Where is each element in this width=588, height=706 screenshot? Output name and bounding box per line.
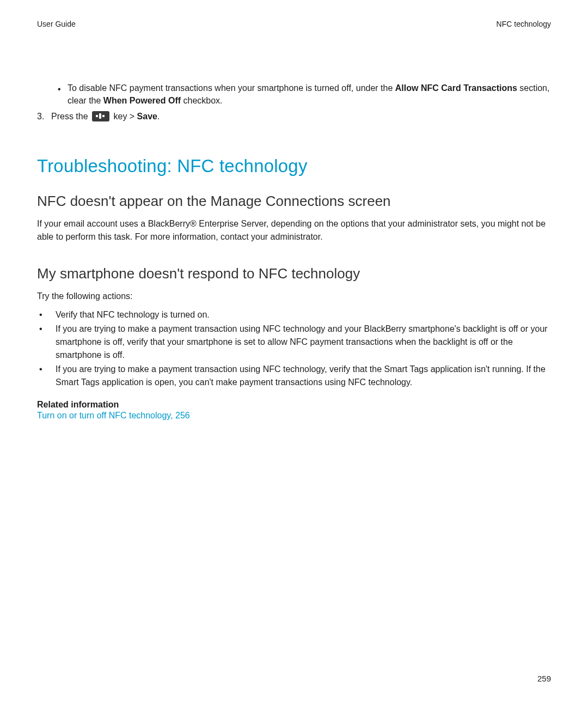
- actions-list: • Verify that NFC technology is turned o…: [37, 308, 551, 389]
- text-fragment: .: [157, 112, 160, 121]
- list-item: • Verify that NFC technology is turned o…: [37, 308, 551, 321]
- related-link-nfc[interactable]: Turn on or turn off NFC technology, 256: [37, 411, 551, 421]
- header-right: NFC technology: [497, 20, 551, 28]
- bullet-marker: •: [37, 363, 56, 389]
- heading-no-response: My smartphone doesn't respond to NFC tec…: [37, 265, 551, 282]
- heading-nfc-missing: NFC doesn't appear on the Manage Connect…: [37, 193, 551, 210]
- document-page: User Guide NFC technology • To disable N…: [0, 0, 588, 706]
- paragraph-try-actions: Try the following actions:: [37, 290, 551, 303]
- paragraph-nfc-missing: If your email account uses a BlackBerry®…: [37, 217, 551, 244]
- text-fragment: Press the: [51, 112, 90, 121]
- bullet-text: To disable NFC payment transactions when…: [68, 82, 551, 107]
- text-fragment: checkbox.: [181, 96, 222, 105]
- list-item-text: Verify that NFC technology is turned on.: [56, 308, 210, 321]
- list-item: • If you are trying to make a payment tr…: [37, 322, 551, 362]
- carryover-content: • To disable NFC payment transactions wh…: [37, 82, 551, 123]
- page-number: 259: [537, 674, 551, 683]
- step-text: Press the key > Save.: [51, 110, 551, 123]
- header-left: User Guide: [37, 20, 76, 28]
- bullet-marker: •: [37, 308, 56, 321]
- numbered-step-3: 3. Press the key > Save.: [37, 110, 551, 123]
- bullet-marker: •: [58, 82, 68, 107]
- heading-troubleshooting: Troubleshooting: NFC technology: [37, 156, 551, 176]
- list-item-text: If you are trying to make a payment tran…: [56, 322, 551, 362]
- menu-key-icon: [92, 111, 109, 121]
- bold-fragment: Save: [137, 112, 157, 121]
- list-item: • If you are trying to make a payment tr…: [37, 363, 551, 389]
- running-header: User Guide NFC technology: [37, 20, 551, 28]
- text-fragment: key >: [111, 112, 137, 121]
- text-fragment: To disable NFC payment transactions when…: [68, 83, 395, 93]
- bold-fragment: When Powered Off: [103, 96, 181, 105]
- step-number: 3.: [37, 110, 51, 123]
- bullet-marker: •: [37, 322, 56, 362]
- related-information-label: Related information: [37, 400, 551, 410]
- list-item-text: If you are trying to make a payment tran…: [56, 363, 551, 389]
- sub-bullet-item: • To disable NFC payment transactions wh…: [58, 82, 551, 107]
- bold-fragment: Allow NFC Card Transactions: [395, 83, 517, 93]
